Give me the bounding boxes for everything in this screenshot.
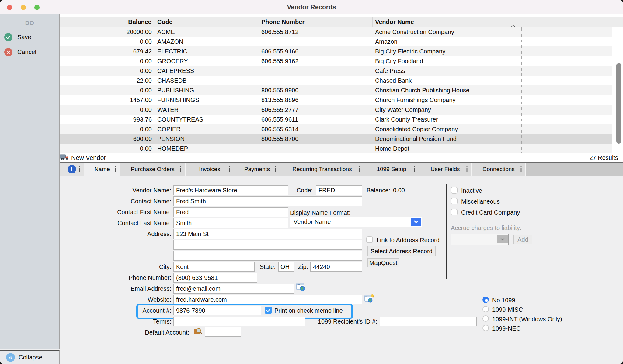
radio-1099-int[interactable] (482, 315, 489, 322)
contact-first-name-input[interactable] (173, 207, 288, 217)
table-row[interactable]: 1457.00 FURNISHINGS 813.555.8896 Church … (60, 95, 623, 105)
website-input[interactable] (173, 295, 362, 304)
table-row[interactable]: 600.00 PENSION 800.555.8700 Denomination… (60, 134, 623, 144)
cell-phone (259, 76, 373, 85)
radio-1099-nec[interactable] (482, 325, 489, 331)
tab-connections[interactable]: Connections (472, 163, 526, 176)
display-name-format-select[interactable]: Vendor Name (290, 217, 422, 227)
address-line2-input[interactable] (173, 240, 362, 250)
tab-purchase-orders[interactable]: Purchase Orders (120, 163, 186, 176)
tab-menu-dots-icon[interactable] (520, 166, 522, 172)
link-address-label: Link to Address Record (377, 236, 440, 244)
credit-card-company-label: Credit Card Company (461, 209, 520, 216)
table-row[interactable]: 0.00 CAFEPRESS Cafe Press (60, 66, 623, 76)
print-memo-checkbox[interactable] (265, 307, 272, 314)
add-liability-button[interactable]: Add (513, 235, 532, 244)
default-account-input[interactable] (205, 327, 241, 337)
window-title: Vendor Records (287, 3, 336, 11)
mapquest-button[interactable]: MapQuest (367, 258, 399, 267)
table-row[interactable]: 679.42 ELECTRIC 606.555.9166 Big City El… (60, 46, 623, 56)
minimize-window-icon[interactable] (21, 5, 26, 10)
recipient-id-input[interactable] (380, 317, 477, 326)
miscellaneous-checkbox[interactable] (451, 198, 458, 204)
select-address-record-button[interactable]: Select Address Record (367, 246, 436, 256)
zip-input[interactable] (310, 262, 362, 272)
cancel-button[interactable]: Cancel (4, 48, 59, 56)
tab-menu-dots-icon[interactable] (359, 166, 360, 172)
city-input[interactable] (173, 262, 255, 272)
cell-vendor-name: Consolidated Copier Company (373, 124, 521, 134)
zoom-window-icon[interactable] (34, 5, 40, 10)
column-header-phone[interactable]: Phone Number (259, 17, 373, 27)
account-number-input[interactable]: 9876-7890 (173, 306, 261, 315)
tab-info[interactable]: i (60, 163, 84, 176)
cell-code: GROCERY (155, 56, 259, 66)
scrollbar-track[interactable] (612, 27, 623, 153)
contact-first-name-label: Contact First Name: (91, 207, 171, 217)
cell-balance: 0.00 (60, 124, 155, 134)
account-lookup-icon[interactable] (193, 327, 203, 337)
website-label: Website: (91, 295, 171, 304)
phone-number-input[interactable] (173, 273, 257, 283)
table-row[interactable]: 22.00 CHASEDB Chased Bank (60, 76, 623, 85)
credit-card-company-checkbox[interactable] (451, 209, 458, 215)
table-row[interactable]: 0.00 GROCERY 606.555.9162 Big City Foodl… (60, 56, 623, 66)
table-row[interactable]: 0.00 PUBLISHING 800.555.9900 Christian C… (60, 85, 623, 95)
cell-code: CHASEDB (155, 76, 259, 85)
column-header-vendor-name[interactable]: Vendor Name (373, 17, 521, 27)
radio-no-1099[interactable] (482, 297, 489, 303)
table-row[interactable]: 0.00 AMAZON Amazon (60, 37, 623, 46)
tab-menu-dots-icon[interactable] (275, 166, 276, 172)
cell-phone (259, 66, 373, 76)
chevron-down-icon (497, 235, 508, 243)
tab-name[interactable]: Name (84, 163, 120, 176)
tab-menu-dots-icon[interactable] (414, 166, 415, 172)
scrollbar-thumb[interactable] (616, 63, 621, 144)
tab-payments[interactable]: Payments (234, 163, 280, 176)
email-browser-icon[interactable] (296, 283, 305, 293)
tab-menu-dots-icon[interactable] (79, 166, 80, 172)
column-header-code[interactable]: Code (155, 17, 259, 27)
tab-user-fields[interactable]: User Fields (419, 163, 472, 176)
vendor-name-input[interactable] (173, 185, 288, 195)
tab-label: Connections (482, 166, 515, 173)
save-button[interactable]: Save (4, 33, 59, 41)
table-row[interactable]: 20000.00 ACME 606.555.8712 Acme Construc… (60, 27, 623, 37)
inactive-checkbox[interactable] (451, 187, 458, 194)
accrue-liability-select[interactable] (451, 234, 509, 245)
contact-name-input[interactable] (173, 196, 362, 206)
column-header-balance[interactable]: Balance (60, 17, 155, 27)
email-address-input[interactable] (173, 284, 294, 294)
code-input[interactable] (316, 185, 362, 195)
tab-label: Recurring Transactions (292, 166, 352, 173)
cell-balance: 1457.00 (60, 95, 155, 105)
table-row[interactable]: 0.00 WATER 606.555.2777 City Water Compa… (60, 105, 623, 115)
tab-1099-setup[interactable]: 1099 Setup (364, 163, 419, 176)
radio-1099-misc[interactable] (482, 306, 489, 312)
table-row[interactable]: 0.00 COPIER 606.555.6314 Consolidated Co… (60, 124, 623, 134)
cell-balance: 22.00 (60, 76, 155, 85)
cell-empty (521, 85, 623, 95)
tab-menu-dots-icon[interactable] (180, 166, 181, 172)
cell-balance: 0.00 (60, 37, 155, 46)
save-label: Save (17, 34, 31, 41)
tab-menu-dots-icon[interactable] (115, 166, 116, 172)
collapse-chevrons-icon: « (6, 353, 15, 362)
address-line3-input[interactable] (173, 251, 362, 261)
table-row[interactable]: 0.00 HOMEDEP Home Depot (60, 144, 623, 153)
close-window-icon[interactable] (7, 5, 12, 10)
tab-invoices[interactable]: Invoices (186, 163, 234, 176)
terms-input[interactable] (173, 317, 305, 326)
table-row[interactable]: 993.76 COUNTYTREAS 606.555.9611 Clark Co… (60, 115, 623, 124)
website-add-icon[interactable] (364, 293, 375, 304)
tab-menu-dots-icon[interactable] (229, 166, 230, 172)
collapse-button[interactable]: « Collapse (0, 350, 60, 364)
contact-last-name-input[interactable] (173, 218, 288, 228)
address-line1-input[interactable] (173, 229, 362, 239)
zip-label: Zip: (291, 262, 308, 272)
tab-recurring-transactions[interactable]: Recurring Transactions (280, 163, 364, 176)
link-address-checkbox[interactable] (366, 236, 373, 243)
cell-vendor-name: Clark County Treasurer (373, 115, 521, 124)
tab-menu-dots-icon[interactable] (466, 166, 468, 172)
chevron-down-icon[interactable] (411, 218, 421, 226)
